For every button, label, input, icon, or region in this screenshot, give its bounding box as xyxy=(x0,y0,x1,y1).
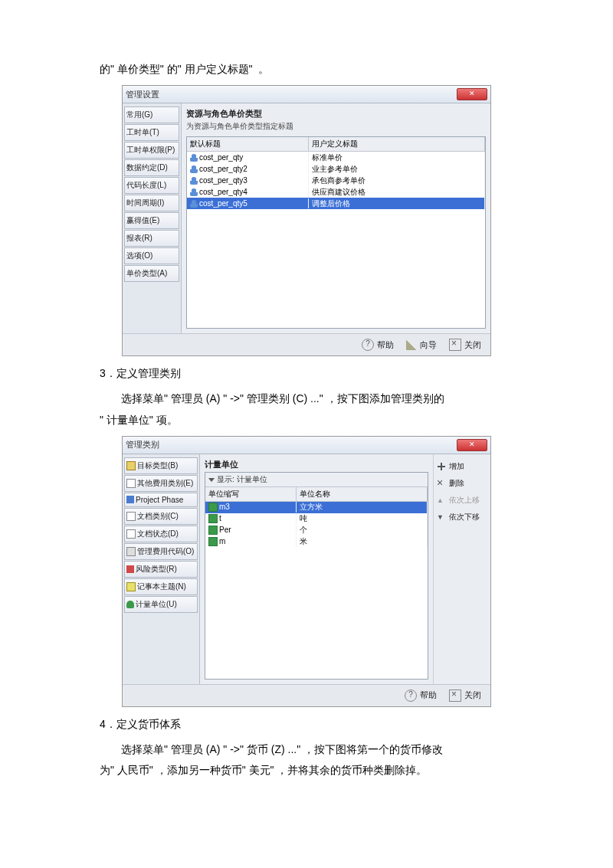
unit-icon xyxy=(208,537,218,546)
delete-button[interactable]: 删除 xyxy=(435,476,489,491)
table-row-selected[interactable]: m3立方米 xyxy=(205,502,428,513)
action-bar: 增加 删除 依次上移 依次下移 xyxy=(433,454,490,684)
col-user-title[interactable]: 用户定义标题 xyxy=(309,137,485,151)
doc-icon xyxy=(126,529,136,539)
help-icon: ? xyxy=(405,689,417,702)
pane-subtitle: 为资源与角色单价类型指定标题 xyxy=(186,121,486,132)
doc-icon xyxy=(126,479,136,488)
col-name[interactable]: 单位名称 xyxy=(297,487,428,501)
door-icon xyxy=(449,339,461,351)
person-icon xyxy=(190,177,198,185)
wizard-button[interactable]: 向导 xyxy=(402,338,441,352)
plus-icon xyxy=(437,462,446,471)
table-row[interactable]: Per个 xyxy=(205,525,428,536)
sidebar-item-measure-unit[interactable]: 计量单位(U) xyxy=(124,596,198,613)
section-4-heading: 4．定义货币体系 xyxy=(100,715,513,734)
sidebar-item[interactable]: 报表(R) xyxy=(124,230,179,247)
sidebar-item[interactable]: 代码长度(L) xyxy=(124,177,179,194)
button-bar: ?帮助 向导 关闭 xyxy=(123,333,490,355)
sidebar-item-doc-status[interactable]: 文档状态(D) xyxy=(124,526,198,542)
titlebar: 管理设置 ✕ xyxy=(123,86,490,103)
sidebar-item-notebook[interactable]: 记事本主题(N) xyxy=(124,578,198,595)
help-button[interactable]: ?帮助 xyxy=(357,337,398,352)
flow-icon xyxy=(126,496,134,503)
col-default-title[interactable]: 默认标题 xyxy=(187,137,309,151)
person-icon xyxy=(190,154,198,162)
section-4-body2: 为" 人民币" ，添加另一种货币" 美元" ，并将其余的货币种类删除掉。 xyxy=(100,761,513,780)
unit-icon xyxy=(208,503,218,512)
door-icon xyxy=(449,689,461,702)
sidebar: 常用(G) 工时单(T) 工时单权限(P) 数据约定(D) 代码长度(L) 时间… xyxy=(123,103,182,333)
dialog-title: 管理类别 xyxy=(126,439,457,450)
table-row[interactable]: t吨 xyxy=(205,513,428,525)
close-button[interactable]: 关闭 xyxy=(444,337,486,352)
table-row[interactable]: m米 xyxy=(205,536,428,548)
titlebar: 管理类别 ✕ xyxy=(123,437,490,454)
admin-settings-dialog: 管理设置 ✕ 常用(G) 工时单(T) 工时单权限(P) 数据约定(D) 代码长… xyxy=(122,85,491,356)
sidebar-item[interactable]: 工时单权限(P) xyxy=(124,142,179,159)
table-row[interactable]: cost_per_qty3承包商参考单价 xyxy=(187,175,485,186)
pane-title: 资源与角色单价类型 xyxy=(186,108,486,120)
sidebar-item[interactable]: 单价类型(A) xyxy=(124,265,179,282)
arrow-icon xyxy=(126,565,134,573)
sidebar-item-risk-type[interactable]: 风险类型(R) xyxy=(124,561,198,578)
x-icon xyxy=(437,479,446,488)
sidebar: 目标类型(B) 其他费用类别(E) Project Phase 文档类别(C) … xyxy=(123,454,200,684)
dialog-title: 管理设置 xyxy=(126,89,457,100)
sidebar-item[interactable]: 赢得值(E) xyxy=(124,212,179,229)
down-icon xyxy=(437,513,446,522)
sidebar-item-project-phase[interactable]: Project Phase xyxy=(124,493,198,507)
sidebar-item[interactable]: 数据约定(D) xyxy=(124,159,179,176)
sidebar-item-other-cost[interactable]: 其他费用类别(E) xyxy=(124,475,198,492)
wand-icon xyxy=(406,339,417,350)
table-row-selected[interactable]: cost_per_qty5调整后价格 xyxy=(187,198,485,209)
sidebar-item-target-type[interactable]: 目标类型(B) xyxy=(124,457,198,474)
close-button[interactable]: 关闭 xyxy=(444,688,486,703)
triangle-down-icon xyxy=(208,478,215,482)
sidebar-item-admin-cost[interactable]: 管理费用代码(O) xyxy=(124,543,198,560)
note-icon xyxy=(126,582,136,591)
section-3-heading: 3．定义管理类别 xyxy=(100,364,513,383)
card-icon xyxy=(126,547,136,556)
table-row[interactable]: cost_per_qty标准单价 xyxy=(187,152,485,163)
help-button[interactable]: ?帮助 xyxy=(400,688,441,703)
section-3-body: 选择菜单" 管理员 (A) " ->" 管理类别 (C) ..." ，按下图添加… xyxy=(100,389,513,408)
pane-title: 计量单位 xyxy=(205,459,428,470)
close-icon[interactable]: ✕ xyxy=(457,439,487,451)
move-up-button: 依次上移 xyxy=(435,493,489,508)
unit-grid: 显示: 计量单位 单位缩写 单位名称 m3立方米 t吨 Per个 m米 xyxy=(205,472,428,680)
add-button[interactable]: 增加 xyxy=(435,459,489,474)
price-type-grid: 默认标题 用户定义标题 cost_per_qty标准单价 cost_per_qt… xyxy=(186,136,486,329)
up-icon xyxy=(437,496,446,505)
doc-icon xyxy=(126,512,136,521)
help-icon: ? xyxy=(362,339,374,351)
col-abbrev[interactable]: 单位缩写 xyxy=(205,487,297,501)
move-down-button[interactable]: 依次下移 xyxy=(435,509,489,525)
table-row[interactable]: cost_per_qty2业主参考单价 xyxy=(187,163,485,175)
person-icon xyxy=(190,200,198,208)
person-icon xyxy=(190,188,198,196)
admin-category-dialog: 管理类别 ✕ 目标类型(B) 其他费用类别(E) Project Phase 文… xyxy=(122,436,491,707)
person-icon xyxy=(190,165,198,173)
section-4-body: 选择菜单" 管理员 (A) " ->" 货币 (Z) ..." ，按下图将第一个… xyxy=(100,740,513,759)
sidebar-item[interactable]: 选项(O) xyxy=(124,247,179,264)
section-3-body2: " 计量单位" 项。 xyxy=(100,411,513,430)
unit-icon xyxy=(208,514,218,523)
table-row[interactable]: cost_per_qty4供应商建议价格 xyxy=(187,186,485,198)
intro-line: 的" 单价类型" 的" 用户定义标题" 。 xyxy=(100,60,513,79)
cylinder-icon xyxy=(126,601,134,608)
plus-icon xyxy=(126,461,136,470)
display-filter[interactable]: 显示: 计量单位 xyxy=(205,473,428,487)
button-bar: ?帮助 关闭 xyxy=(123,684,490,706)
sidebar-item[interactable]: 常用(G) xyxy=(124,106,179,123)
close-icon[interactable]: ✕ xyxy=(457,88,487,100)
sidebar-item-doc-category[interactable]: 文档类别(C) xyxy=(124,508,198,525)
sidebar-item[interactable]: 时间周期(I) xyxy=(124,195,179,211)
unit-icon xyxy=(208,526,218,535)
sidebar-item[interactable]: 工时单(T) xyxy=(124,124,179,141)
